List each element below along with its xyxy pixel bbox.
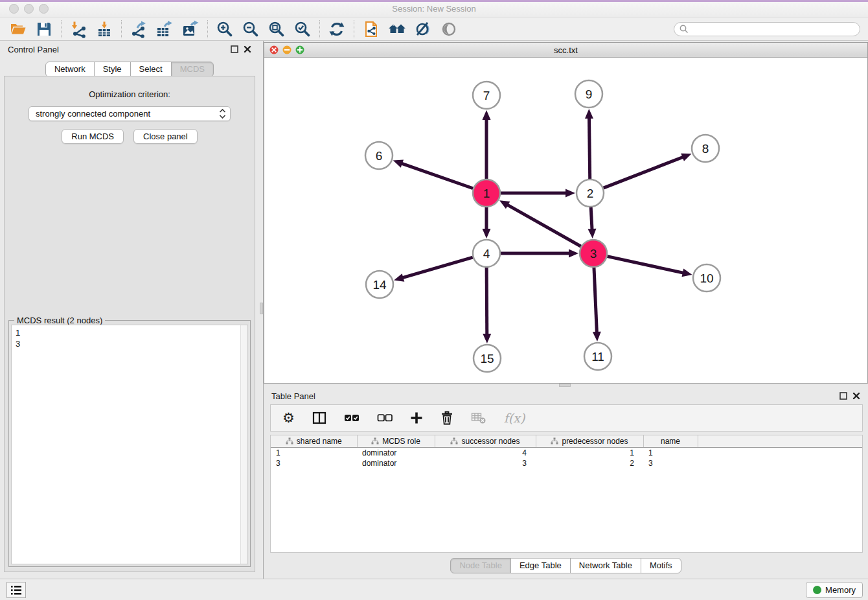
table-cell[interactable]: 1 bbox=[643, 448, 698, 458]
node-label-3: 3 bbox=[590, 247, 597, 260]
delete-table-icon[interactable] bbox=[471, 411, 486, 424]
float-panel-icon[interactable] bbox=[839, 392, 847, 400]
first-neighbors-icon[interactable] bbox=[384, 19, 410, 40]
hide-selected-icon[interactable] bbox=[410, 19, 436, 40]
close-panel-icon[interactable] bbox=[852, 392, 860, 400]
split-columns-icon[interactable] bbox=[312, 411, 326, 424]
table-cell[interactable]: 3 bbox=[435, 458, 536, 468]
network-graph[interactable]: 1234678910111415 bbox=[264, 58, 867, 383]
column-header-shared-name[interactable]: shared name bbox=[271, 435, 357, 448]
tab-mcds[interactable]: MCDS bbox=[171, 62, 214, 77]
close-panel-button[interactable]: Close panel bbox=[133, 129, 198, 144]
status-bar: Memory bbox=[0, 579, 868, 600]
tab-network[interactable]: Network bbox=[45, 62, 95, 77]
table-cell[interactable]: dominator bbox=[357, 448, 435, 458]
toolbar-separator bbox=[319, 20, 320, 38]
column-header-successor-nodes[interactable]: successor nodes bbox=[435, 435, 536, 448]
select-all-icon[interactable] bbox=[344, 413, 360, 422]
table-cell[interactable]: 2 bbox=[536, 458, 643, 468]
memory-button[interactable]: Memory bbox=[806, 582, 863, 598]
memory-status-icon bbox=[813, 586, 821, 594]
task-history-button[interactable] bbox=[6, 582, 26, 598]
toolbar-separator bbox=[354, 20, 354, 38]
edge-3-1[interactable] bbox=[507, 205, 580, 247]
edge-arrowhead bbox=[393, 159, 404, 167]
node-label-14: 14 bbox=[372, 278, 387, 292]
open-file-icon[interactable] bbox=[5, 19, 31, 40]
column-header-predecessor-nodes[interactable]: predecessor nodes bbox=[536, 435, 643, 448]
splitter-grip[interactable] bbox=[559, 384, 571, 387]
edge-3-10[interactable] bbox=[607, 257, 683, 273]
edge-2-3[interactable] bbox=[591, 207, 592, 230]
edge-3-11[interactable] bbox=[594, 268, 597, 333]
column-header-name[interactable]: name bbox=[643, 435, 698, 448]
table-cell[interactable]: 1 bbox=[536, 448, 643, 458]
tab-select[interactable]: Select bbox=[130, 62, 172, 77]
edge-2-9[interactable] bbox=[589, 117, 589, 179]
deselect-all-icon[interactable] bbox=[377, 413, 393, 422]
node-label-6: 6 bbox=[376, 149, 383, 163]
table-row[interactable]: 1dominator411 bbox=[271, 448, 862, 458]
mcds-panel: Optimization criterion: strongly connect… bbox=[4, 76, 255, 572]
column-header-mcds-role[interactable]: MCDS role bbox=[357, 435, 435, 448]
node-label-10: 10 bbox=[700, 271, 713, 285]
run-mcds-button[interactable]: Run MCDS bbox=[62, 129, 124, 144]
export-image-icon[interactable] bbox=[177, 19, 203, 40]
close-panel-icon[interactable] bbox=[244, 45, 251, 53]
tab-node-table[interactable]: Node Table bbox=[450, 558, 511, 573]
dropdown-selected-value: strongly connected component bbox=[36, 109, 219, 119]
import-network-icon[interactable] bbox=[65, 19, 91, 40]
node-label-1: 1 bbox=[483, 187, 490, 200]
zoom-in-icon[interactable] bbox=[212, 19, 238, 40]
search-input[interactable] bbox=[674, 22, 860, 36]
mcds-result-textarea[interactable]: 1 3 bbox=[11, 325, 248, 564]
network-window-titlebar[interactable]: scc.txt bbox=[264, 43, 867, 58]
table-row[interactable]: 3dominator323 bbox=[271, 458, 862, 468]
node-label-8: 8 bbox=[702, 142, 709, 156]
vertical-splitter[interactable] bbox=[259, 41, 264, 579]
edge-1-6[interactable] bbox=[401, 163, 473, 189]
function-builder-icon[interactable]: f(x) bbox=[504, 411, 525, 425]
import-table-icon[interactable] bbox=[91, 19, 117, 40]
table-panel-title: Table Panel bbox=[271, 391, 839, 401]
tab-edge-table[interactable]: Edge Table bbox=[510, 558, 571, 573]
refresh-icon[interactable] bbox=[324, 19, 350, 40]
tab-style[interactable]: Style bbox=[94, 62, 131, 77]
edge-arrowhead bbox=[483, 110, 491, 120]
window-titlebar: Session: New Session bbox=[0, 0, 868, 17]
control-panel: Control Panel NetworkStyleSelectMCDS Opt… bbox=[0, 41, 259, 579]
table-cell[interactable]: 1 bbox=[271, 448, 357, 458]
zoom-selected-icon[interactable] bbox=[290, 19, 315, 40]
show-graphics-icon[interactable] bbox=[436, 19, 462, 40]
table-cell[interactable]: 3 bbox=[643, 458, 698, 468]
edge-4-14[interactable] bbox=[402, 257, 473, 278]
add-column-icon[interactable] bbox=[410, 411, 423, 424]
edge-4-15[interactable] bbox=[486, 268, 487, 335]
export-table-icon[interactable] bbox=[152, 19, 177, 40]
toolbar-separator bbox=[61, 20, 62, 38]
delete-column-icon[interactable] bbox=[440, 411, 453, 425]
edge-2-8[interactable] bbox=[604, 157, 684, 188]
optimization-criterion-select[interactable]: strongly connected component bbox=[29, 106, 231, 121]
table-cell[interactable]: 4 bbox=[435, 448, 536, 458]
edge-arrowhead bbox=[681, 154, 691, 161]
memory-label: Memory bbox=[825, 585, 856, 595]
node-label-9: 9 bbox=[586, 87, 593, 101]
export-network-icon[interactable] bbox=[126, 19, 152, 40]
result-scrollbar[interactable] bbox=[240, 325, 247, 564]
dropdown-arrows-icon bbox=[219, 109, 226, 119]
float-panel-icon[interactable] bbox=[231, 45, 238, 53]
clone-network-icon[interactable] bbox=[358, 19, 384, 40]
mcds-result-title: MCDS result (2 nodes) bbox=[14, 316, 105, 325]
splitter-grip[interactable] bbox=[260, 303, 263, 314]
save-session-icon[interactable] bbox=[31, 19, 57, 40]
zoom-out-icon[interactable] bbox=[238, 19, 264, 40]
gear-icon[interactable]: ⚙ bbox=[282, 411, 295, 425]
table-cell[interactable]: 3 bbox=[271, 458, 357, 468]
tab-motifs[interactable]: Motifs bbox=[641, 558, 681, 573]
edge-arrowhead bbox=[394, 273, 404, 281]
network-canvas[interactable]: 1234678910111415 bbox=[264, 58, 867, 383]
zoom-fit-icon[interactable] bbox=[264, 19, 290, 40]
table-cell[interactable]: dominator bbox=[357, 458, 435, 468]
tab-network-table[interactable]: Network Table bbox=[570, 558, 641, 573]
